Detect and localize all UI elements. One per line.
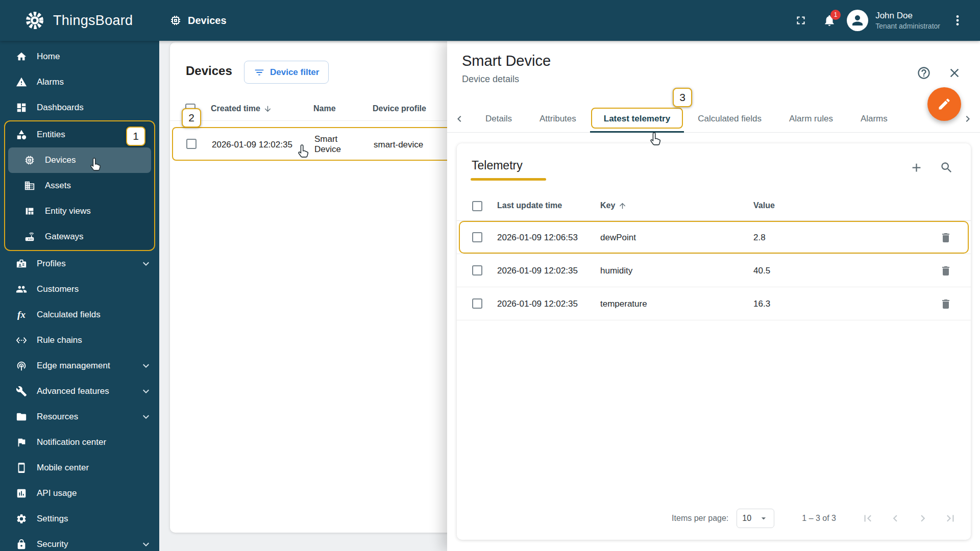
search-telemetry-button[interactable] xyxy=(938,159,954,176)
filter-icon xyxy=(254,67,265,78)
smartphone-icon xyxy=(15,462,28,474)
items-per-page-label: Items per page: xyxy=(672,514,728,523)
last-page-icon xyxy=(944,512,957,525)
row-checkbox[interactable] xyxy=(472,232,482,242)
sidebar-item-devices[interactable]: Devices xyxy=(8,147,151,173)
sidebar-item-rule-chains[interactable]: Rule chains xyxy=(0,328,159,353)
telemetry-value: 2.8 xyxy=(753,233,766,243)
telemetry-key: temperature xyxy=(600,299,647,309)
sidebar-item-gateways[interactable]: Gateways xyxy=(5,224,154,249)
device-filter-button[interactable]: Device filter xyxy=(244,61,329,84)
sidebar-item-api-usage[interactable]: API usage xyxy=(0,481,159,506)
sidebar-item-label: Customers xyxy=(37,284,79,294)
assets-icon xyxy=(23,180,36,192)
help-button[interactable] xyxy=(915,64,933,82)
telemetry-title-highlight xyxy=(471,178,546,181)
delete-telemetry-button[interactable] xyxy=(939,231,953,245)
telemetry-time: 2026-01-09 12:02:35 xyxy=(497,266,578,276)
tabs-scroll-left-button[interactable] xyxy=(447,105,472,132)
sidebar-item-advanced-features[interactable]: Advanced features xyxy=(0,379,159,404)
trash-icon xyxy=(940,265,952,277)
row-checkbox[interactable] xyxy=(472,265,482,276)
more-menu-button[interactable] xyxy=(946,9,969,32)
tab-alarms[interactable]: Alarms xyxy=(847,105,901,132)
next-page-button[interactable] xyxy=(916,511,930,525)
sidebar-item-alarms[interactable]: Alarms xyxy=(0,69,159,95)
column-header-last-update-time[interactable]: Last update time xyxy=(497,201,562,210)
delete-telemetry-button[interactable] xyxy=(939,264,953,278)
sidebar-item-entity-views[interactable]: Entity views xyxy=(5,198,154,224)
sidebar-item-notification-center[interactable]: Notification center xyxy=(0,430,159,455)
breadcrumb-label: Devices xyxy=(188,15,227,27)
sidebar-item-label: Resources xyxy=(37,412,78,422)
sidebar-item-label: Calculated fields xyxy=(37,310,101,320)
person-icon xyxy=(850,13,865,28)
column-header-value[interactable]: Value xyxy=(753,201,775,210)
delete-telemetry-button[interactable] xyxy=(939,297,953,311)
notification-badge: 1 xyxy=(830,10,841,20)
column-header-device-profile[interactable]: Device profile xyxy=(373,104,426,113)
column-label: Last update time xyxy=(497,201,562,210)
row-checkbox[interactable] xyxy=(186,139,197,149)
sidebar-item-settings[interactable]: Settings xyxy=(0,506,159,532)
chevron-down-icon xyxy=(140,411,152,423)
telemetry-card: Telemetry Last update time Key Value 2 xyxy=(457,143,971,540)
gear-icon xyxy=(15,513,28,525)
sidebar-item-label: Edge management xyxy=(37,361,110,371)
edit-fab-button[interactable] xyxy=(927,87,961,121)
select-all-checkbox[interactable] xyxy=(472,201,482,211)
tab-attributes[interactable]: Attributes xyxy=(526,105,590,132)
tab-details[interactable]: Details xyxy=(472,105,526,132)
sidebar-item-profiles[interactable]: Profiles xyxy=(0,251,159,277)
column-header-created-time[interactable]: Created time xyxy=(211,104,272,113)
items-per-page-select[interactable]: 10 xyxy=(737,509,774,528)
telemetry-row[interactable]: 2026-01-09 12:06:53 dewPoint 2.8 xyxy=(457,221,971,254)
tab-latest-telemetry[interactable]: Latest telemetry xyxy=(590,105,684,132)
pagination-controls xyxy=(861,511,958,525)
device-profile: smart-device xyxy=(374,140,423,150)
panel-subtitle: Device details xyxy=(462,74,519,85)
fullscreen-button[interactable] xyxy=(790,9,812,32)
sidebar-item-dashboards[interactable]: Dashboards xyxy=(0,95,159,120)
sidebar-item-resources[interactable]: Resources xyxy=(0,404,159,430)
add-telemetry-button[interactable] xyxy=(908,159,924,176)
chart-icon xyxy=(15,487,28,499)
column-header-key[interactable]: Key xyxy=(600,201,627,210)
chevron-right-icon xyxy=(962,113,974,125)
column-header-name[interactable]: Name xyxy=(313,104,336,113)
close-button[interactable] xyxy=(946,64,963,82)
telemetry-row[interactable]: 2026-01-09 12:02:35 temperature 16.3 xyxy=(457,287,971,320)
page-range-label: 1 – 3 of 3 xyxy=(802,514,836,523)
chevron-right-icon xyxy=(916,512,929,525)
sidebar-item-label: Rule chains xyxy=(37,335,82,345)
sidebar-item-mobile-center[interactable]: Mobile center xyxy=(0,455,159,481)
sidebar-item-customers[interactable]: Customers xyxy=(0,277,159,302)
sidebar-item-label: Advanced features xyxy=(37,386,109,396)
sidebar-item-edge-management[interactable]: Edge management xyxy=(0,353,159,379)
tab-alarm-rules[interactable]: Alarm rules xyxy=(775,105,847,132)
avatar[interactable] xyxy=(847,10,868,31)
device-name: Smart Device xyxy=(314,134,361,155)
notifications-button[interactable]: 1 xyxy=(818,9,841,32)
sidebar-item-calculated-fields[interactable]: fx Calculated fields xyxy=(0,302,159,328)
telemetry-row[interactable]: 2026-01-09 12:02:35 humidity 40.5 xyxy=(457,254,971,287)
user-info: John Doe Tenant administrator xyxy=(875,10,940,31)
fx-icon: fx xyxy=(15,309,28,321)
sidebar-item-home[interactable]: Home xyxy=(0,44,159,69)
warning-icon xyxy=(15,76,28,88)
sort-desc-icon xyxy=(263,105,272,113)
last-page-button[interactable] xyxy=(943,511,958,525)
top-bar: ThingsBoard Devices 1 John Doe Tenant ad… xyxy=(0,0,980,41)
tab-calculated-fields[interactable]: Calculated fields xyxy=(684,105,775,132)
sidebar-item-security[interactable]: Security xyxy=(0,532,159,551)
topbar-actions: 1 John Doe Tenant administrator xyxy=(790,9,969,32)
devices-icon xyxy=(23,154,36,166)
paginator: Items per page: 10 1 – 3 of 3 xyxy=(457,505,971,532)
first-page-button[interactable] xyxy=(861,511,875,525)
sidebar-item-label: Profiles xyxy=(37,259,66,269)
sidebar-item-assets[interactable]: Assets xyxy=(5,173,154,198)
sidebar-item-label: Devices xyxy=(45,155,76,165)
thingsboard-logo-icon xyxy=(23,9,46,32)
row-checkbox[interactable] xyxy=(472,298,482,309)
previous-page-button[interactable] xyxy=(888,511,902,525)
